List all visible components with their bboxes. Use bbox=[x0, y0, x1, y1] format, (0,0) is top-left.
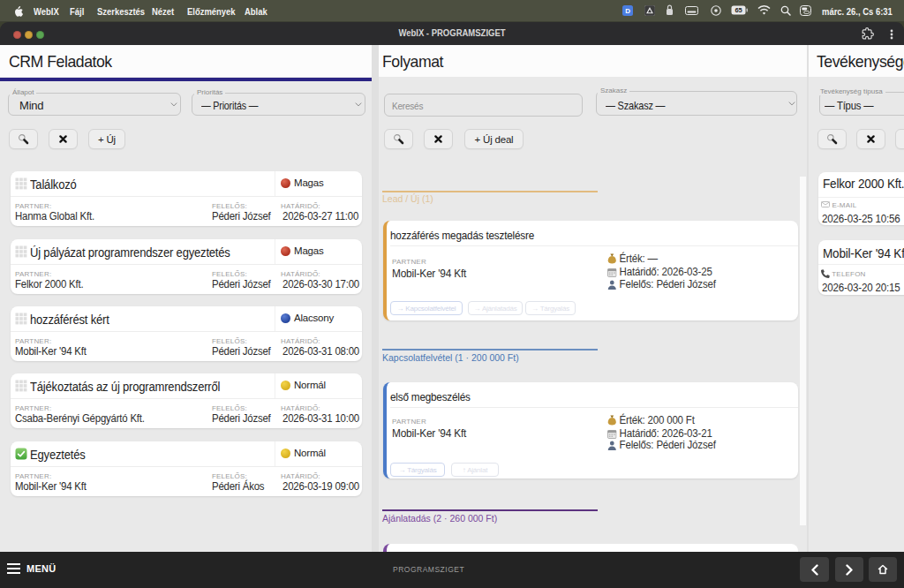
svg-text:D: D bbox=[625, 7, 630, 15]
svg-text:65: 65 bbox=[735, 6, 742, 14]
